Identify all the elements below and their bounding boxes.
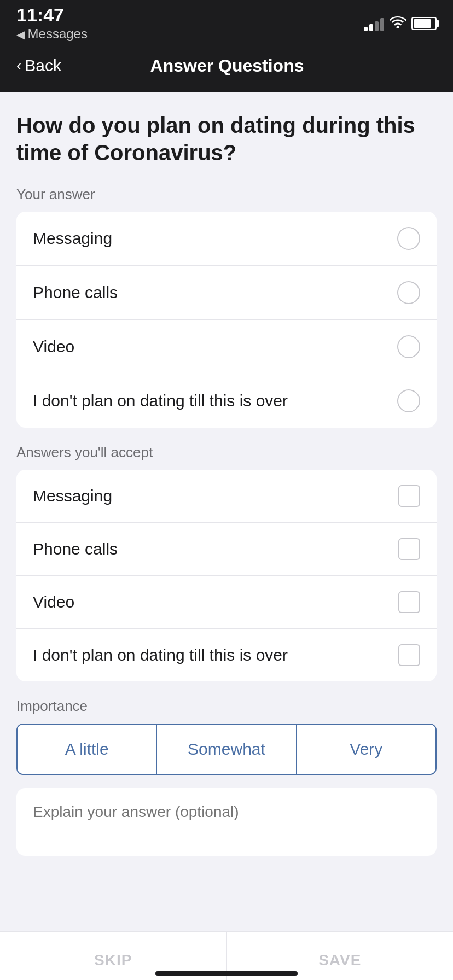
- radio-phone-calls[interactable]: [397, 281, 420, 304]
- nav-title: Answer Questions: [61, 56, 393, 76]
- checkbox-no-dating[interactable]: [398, 644, 420, 666]
- importance-somewhat[interactable]: Somewhat: [157, 725, 297, 774]
- accept-messaging[interactable]: Messaging: [16, 470, 437, 523]
- importance-label: Importance: [16, 698, 437, 715]
- radio-no-dating[interactable]: [397, 389, 420, 412]
- your-answer-phone-calls-text: Phone calls: [33, 283, 118, 302]
- question-title: How do you plan on dating during this ti…: [16, 112, 437, 166]
- accept-no-dating[interactable]: I don't plan on dating till this is over: [16, 629, 437, 681]
- radio-messaging[interactable]: [397, 227, 420, 250]
- accept-phone-calls-text: Phone calls: [33, 540, 118, 558]
- back-button[interactable]: ‹ Back: [16, 56, 61, 75]
- importance-a-little[interactable]: A little: [18, 725, 157, 774]
- accept-messaging-text: Messaging: [33, 487, 112, 505]
- your-answer-phone-calls[interactable]: Phone calls: [16, 266, 437, 320]
- home-indicator: [155, 971, 298, 976]
- accept-video[interactable]: Video: [16, 576, 437, 629]
- your-answer-video[interactable]: Video: [16, 320, 437, 374]
- signal-icon: [364, 16, 384, 31]
- importance-buttons: A little Somewhat Very: [16, 724, 437, 775]
- importance-section: Importance A little Somewhat Very: [16, 698, 437, 775]
- main-content: How do you plan on dating during this ti…: [0, 92, 453, 943]
- radio-video[interactable]: [397, 335, 420, 358]
- accept-answers-label: Answers you'll accept: [16, 444, 437, 461]
- your-answer-label: Your answer: [16, 186, 437, 203]
- back-chevron-icon: ‹: [16, 57, 21, 74]
- nav-bar: ‹ Back Answer Questions: [0, 44, 453, 92]
- battery-icon: [411, 17, 437, 30]
- status-time: 11:47: [16, 5, 88, 24]
- checkbox-phone-calls[interactable]: [398, 538, 420, 560]
- your-answer-no-dating[interactable]: I don't plan on dating till this is over: [16, 374, 437, 428]
- accept-phone-calls[interactable]: Phone calls: [16, 523, 437, 576]
- your-answer-messaging-text: Messaging: [33, 229, 112, 248]
- explain-input[interactable]: [33, 803, 420, 838]
- wifi-icon: [390, 15, 406, 32]
- your-answer-messaging[interactable]: Messaging: [16, 212, 437, 266]
- status-messages-link[interactable]: Messages: [16, 26, 88, 42]
- importance-somewhat-label: Somewhat: [188, 740, 265, 758]
- checkbox-video[interactable]: [398, 591, 420, 613]
- explain-container: [16, 788, 437, 856]
- importance-very[interactable]: Very: [297, 725, 435, 774]
- your-answer-video-text: Video: [33, 337, 74, 356]
- importance-very-label: Very: [350, 740, 382, 758]
- accept-video-text: Video: [33, 593, 74, 611]
- status-bar: 11:47 Messages: [0, 0, 453, 44]
- status-icons: [364, 15, 437, 32]
- back-label: Back: [25, 56, 61, 75]
- accept-answers-card: Messaging Phone calls Video I don't plan…: [16, 470, 437, 681]
- accept-no-dating-text: I don't plan on dating till this is over: [33, 646, 288, 664]
- checkbox-messaging[interactable]: [398, 485, 420, 507]
- importance-a-little-label: A little: [65, 740, 109, 758]
- your-answer-card: Messaging Phone calls Video I don't plan…: [16, 212, 437, 428]
- status-left: 11:47 Messages: [16, 5, 88, 42]
- your-answer-no-dating-text: I don't plan on dating till this is over: [33, 392, 288, 410]
